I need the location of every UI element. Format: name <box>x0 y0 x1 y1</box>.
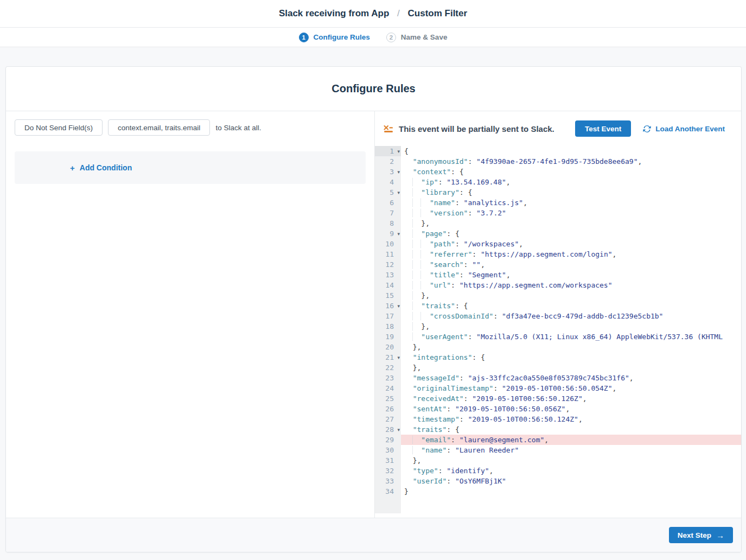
code-line: }, <box>401 342 741 352</box>
condition-row: Do Not Send Field(s) context.email, trai… <box>15 119 366 136</box>
step-1-badge: 1 <box>299 33 309 42</box>
code-line: "userAgent": "Mozilla/5.0 (X11; Linux x8… <box>401 332 741 342</box>
gutter-line-number: 21▾ <box>375 352 401 362</box>
fold-toggle-icon[interactable]: ▾ <box>397 229 400 239</box>
code-line: "ip": "13.54.169.48", <box>401 177 741 187</box>
gutter-line-number: 8 <box>375 218 401 228</box>
code-line: "type": "identify", <box>401 466 741 476</box>
add-condition-box: + Add Condition <box>15 151 366 184</box>
code-line: "url": "https://app.segment.com/workspac… <box>401 280 741 290</box>
code-line: "traits": { <box>401 424 741 435</box>
code-line: }, <box>401 218 741 228</box>
gutter-line-number: 5▾ <box>375 187 401 198</box>
filter-fields-button[interactable]: context.email, traits.email <box>108 119 210 136</box>
gutter-line-number: 23 <box>375 373 401 383</box>
gutter-line-number: 18 <box>375 321 401 332</box>
code-line: } <box>401 486 741 497</box>
code-line: "page": { <box>401 228 741 239</box>
code-line: }, <box>401 455 741 466</box>
add-condition-button[interactable]: + Add Condition <box>70 163 132 173</box>
code-line: "timestamp": "2019-05-10T00:56:50.124Z", <box>401 414 741 424</box>
refresh-icon <box>643 125 651 133</box>
gutter-line-number: 12 <box>375 259 401 270</box>
code-line: "crossDomainId": "df3a47ee-bcc9-479d-add… <box>401 311 741 321</box>
breadcrumb-primary[interactable]: Slack receiving from App <box>279 8 389 18</box>
code-line: "context": { <box>401 167 741 177</box>
next-step-label: Next Step <box>678 531 711 539</box>
gutter-line-number: 2 <box>375 156 401 167</box>
gutter-line-number: 10 <box>375 239 401 249</box>
editor-code[interactable]: { "anonymousId": "4f9390ae-2657-4fe1-9d9… <box>401 146 741 513</box>
gutter-line-number: 29 <box>375 435 401 445</box>
gutter-line-number: 9▾ <box>375 228 401 239</box>
code-line: "anonymousId": "4f9390ae-2657-4fe1-9d95-… <box>401 156 741 167</box>
plus-icon: + <box>70 163 75 173</box>
step-2-badge: 2 <box>386 33 396 42</box>
next-step-button[interactable]: Next Step → <box>669 527 733 543</box>
fold-toggle-icon[interactable]: ▾ <box>397 425 400 435</box>
gutter-line-number: 11 <box>375 249 401 259</box>
gutter-line-number: 32 <box>375 466 401 476</box>
page-title: Configure Rules <box>331 82 415 95</box>
code-line: "originalTimestamp": "2019-05-10T00:56:5… <box>401 383 741 393</box>
filtered-field-line: "email": "lauren@segment.com", <box>401 435 741 445</box>
stepper: 1 Configure Rules 2 Name & Save <box>0 28 746 47</box>
configure-rules-card: Configure Rules Do Not Send Field(s) con… <box>5 66 742 552</box>
gutter-line-number: 15 <box>375 290 401 301</box>
gutter-line-number: 22 <box>375 362 401 373</box>
gutter-line-number: 14 <box>375 280 401 290</box>
gutter-line-number: 34 <box>375 486 401 497</box>
gutter-line-number: 30 <box>375 445 401 455</box>
gutter-line-number: 20 <box>375 342 401 352</box>
fold-toggle-icon[interactable]: ▾ <box>397 353 400 363</box>
rule-builder-panel: Do Not Send Field(s) context.email, trai… <box>6 111 375 518</box>
fold-toggle-icon[interactable]: ▾ <box>397 188 400 198</box>
gutter-line-number: 27 <box>375 414 401 424</box>
code-line: "name": "analytics.js", <box>401 198 741 208</box>
gutter-line-number: 3▾ <box>375 167 401 177</box>
breadcrumb: Slack receiving from App / Custom Filter <box>279 8 467 19</box>
code-line: "version": "3.7.2" <box>401 208 741 218</box>
gutter-line-number: 26 <box>375 404 401 414</box>
gutter-line-number: 6 <box>375 198 401 208</box>
gutter-line-number: 13 <box>375 270 401 280</box>
code-line: "path": "/workspaces", <box>401 239 741 249</box>
add-condition-label: Add Condition <box>80 163 132 172</box>
json-editor[interactable]: 1▾23▾45▾6789▾10111213141516▾1718192021▾2… <box>375 146 741 513</box>
gutter-line-number: 16▾ <box>375 301 401 311</box>
code-line: "search": "", <box>401 259 741 270</box>
step-configure-rules[interactable]: 1 Configure Rules <box>299 33 370 42</box>
event-preview-panel: This event will be partially sent to Sla… <box>375 111 741 518</box>
gutter-line-number: 31 <box>375 455 401 466</box>
step-2-label: Name & Save <box>401 33 448 41</box>
gutter-line-number: 33 <box>375 476 401 486</box>
gutter-line-number: 1▾ <box>375 146 401 156</box>
test-event-button[interactable]: Test Event <box>575 120 631 137</box>
code-line: "referrer": "https://app.segment.com/log… <box>401 249 741 259</box>
fold-toggle-icon[interactable]: ▾ <box>397 301 400 311</box>
code-line: }, <box>401 290 741 301</box>
breadcrumb-separator: / <box>397 8 400 18</box>
gutter-line-number: 19 <box>375 332 401 342</box>
fold-toggle-icon[interactable]: ▾ <box>397 147 400 157</box>
code-line: "messageId": "ajs-33ffc2ac0a550e8f053789… <box>401 373 741 383</box>
code-line: "userId": "OsY6MFBj1K" <box>401 476 741 486</box>
gutter-line-number: 17 <box>375 311 401 321</box>
code-line: }, <box>401 362 741 373</box>
partial-filter-icon <box>384 125 393 133</box>
fold-toggle-icon[interactable]: ▾ <box>397 167 400 177</box>
step-name-save[interactable]: 2 Name & Save <box>386 33 448 42</box>
code-line: "traits": { <box>401 301 741 311</box>
arrow-right-icon: → <box>716 531 724 540</box>
code-line: }, <box>401 321 741 332</box>
filter-action-button[interactable]: Do Not Send Field(s) <box>15 119 103 136</box>
gutter-line-number: 25 <box>375 393 401 404</box>
gutter-line-number: 7 <box>375 208 401 218</box>
gutter-line-number: 24 <box>375 383 401 393</box>
code-line: "receivedAt": "2019-05-10T00:56:50.126Z"… <box>401 393 741 404</box>
code-line: "library": { <box>401 187 741 198</box>
status-text: This event will be partially sent to Sla… <box>399 124 554 133</box>
breadcrumb-secondary: Custom Filter <box>408 8 468 18</box>
load-another-event-button[interactable]: Load Another Event <box>643 125 725 133</box>
condition-suffix-text: to Slack at all. <box>215 124 261 132</box>
